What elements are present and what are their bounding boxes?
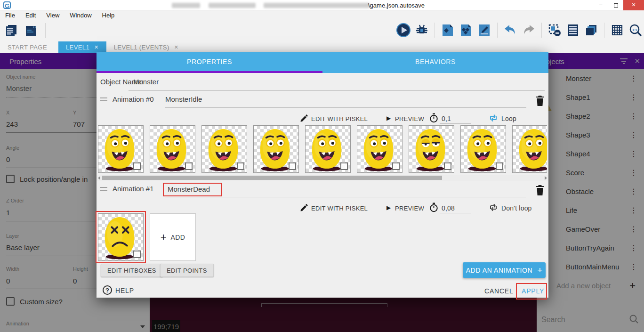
cancel-button[interactable]: CANCEL	[484, 287, 514, 295]
frame-checkbox[interactable]	[392, 162, 400, 170]
layers-icon[interactable]	[584, 22, 599, 38]
restore-button[interactable]	[608, 0, 623, 10]
redacted-title-text	[264, 3, 370, 8]
frame-checkbox[interactable]	[289, 162, 296, 170]
toolbar: 1:1	[0, 20, 644, 41]
instances-list-icon[interactable]	[565, 22, 580, 38]
add-frame-button[interactable]: + ADD	[150, 213, 196, 261]
sprite-frame[interactable]	[512, 125, 547, 173]
delete-selection-icon[interactable]	[547, 22, 562, 38]
menubar: FileEditViewWindowHelp	[0, 10, 644, 20]
animation1-label: Animation #1	[113, 185, 154, 193]
window-title: \game.json.autosave	[368, 2, 425, 9]
help-icon[interactable]: ?	[103, 285, 112, 295]
plus-icon: +	[537, 265, 542, 275]
menu-item[interactable]: File	[0, 12, 20, 19]
animation0-frames-row	[98, 125, 547, 173]
debug-icon[interactable]	[414, 22, 429, 38]
edit-hitboxes-button[interactable]: EDIT HITBOXES	[101, 264, 163, 277]
sprite-frame[interactable]	[357, 125, 402, 173]
animation0-name-field[interactable]: MonsterIdle	[165, 95, 202, 103]
tab-close-icon[interactable]: ✕	[94, 44, 99, 50]
dialog-header: PROPERTIES BEHAVIORS	[97, 52, 548, 73]
object-groups-icon[interactable]	[459, 22, 474, 38]
frame-checkbox[interactable]	[133, 162, 141, 170]
frame-checkbox[interactable]	[444, 162, 451, 170]
sprite-frame[interactable]	[460, 125, 506, 173]
delete-animation0-icon[interactable]	[535, 95, 545, 106]
object-editor-dialog: PROPERTIES BEHAVIORS Object Name: Monste…	[97, 52, 548, 298]
help-button[interactable]: HELP	[115, 287, 134, 294]
svg-text:1:1: 1:1	[632, 28, 638, 32]
frames-horizontal-scrollbar[interactable]	[97, 175, 548, 181]
stopwatch-icon	[429, 113, 438, 123]
scene-properties-icon[interactable]	[477, 22, 492, 38]
animation0-label: Animation #0	[113, 95, 154, 103]
sprite-frame[interactable]	[150, 125, 195, 173]
dialog-object-name-field[interactable]: Monster	[133, 78, 159, 86]
editor-tab[interactable]: START PAGE	[0, 41, 55, 53]
sprite-frame[interactable]	[201, 125, 247, 173]
tab-label: LEVEL1	[66, 44, 89, 51]
tab-label: LEVEL1 (EVENTS)	[114, 44, 169, 51]
scrollbar-thumb[interactable]	[102, 176, 442, 180]
animation-drag-handle[interactable]	[100, 187, 107, 191]
menu-item[interactable]: Edit	[20, 12, 41, 19]
play-icon[interactable]	[396, 22, 411, 38]
scroll-right-icon[interactable]	[545, 176, 547, 180]
delete-animation1-icon[interactable]	[535, 185, 545, 196]
objects-editor-icon[interactable]	[440, 22, 455, 38]
sprite-frame[interactable]	[409, 125, 454, 173]
pencil-icon	[300, 203, 308, 211]
edit-with-piskel0-button[interactable]: EDIT WITH PISKEL	[311, 115, 368, 122]
annotation-highlight-apply	[516, 283, 547, 300]
close-button[interactable]: ✕	[623, 0, 644, 10]
redacted-title-text	[172, 3, 200, 8]
zoom-original-icon[interactable]: 1:1	[628, 22, 643, 38]
undo-icon[interactable]	[503, 22, 518, 38]
edit-with-piskel1-button[interactable]: EDIT WITH PISKEL	[311, 205, 368, 212]
grid-icon[interactable]	[610, 22, 625, 38]
dialog-tab-properties[interactable]: PROPERTIES	[97, 52, 322, 71]
loop0-toggle-icon[interactable]	[489, 114, 498, 122]
menu-item[interactable]: Window	[64, 12, 97, 19]
frame-checkbox[interactable]	[185, 162, 193, 170]
frame-time1-field[interactable]: 0,08	[442, 204, 455, 212]
project-manager-icon[interactable]	[4, 23, 19, 39]
frame-checkbox[interactable]	[496, 162, 503, 170]
add-frame-label: ADD	[171, 234, 185, 241]
scroll-left-icon[interactable]	[98, 176, 100, 180]
dialog-tab-behaviors[interactable]: BEHAVIORS	[322, 52, 548, 71]
frame-time0-field[interactable]: 0,1	[442, 115, 451, 122]
minimize-button[interactable]: –	[593, 0, 608, 10]
menu-item[interactable]: Help	[97, 12, 120, 19]
gdevelop-logo-icon: G	[3, 1, 11, 9]
annotation-highlight-frame	[96, 211, 146, 263]
loop1-label[interactable]: Don't loop	[501, 204, 532, 212]
sprite-frame[interactable]	[305, 125, 351, 173]
preview0-button[interactable]: PREVIEW	[395, 115, 424, 122]
annotation-highlight-name	[163, 183, 222, 196]
animation-drag-handle[interactable]	[100, 97, 107, 101]
tab-label: START PAGE	[8, 44, 47, 51]
add-animation-button[interactable]: ADD AN ANIMATION +	[463, 262, 546, 278]
loop0-label[interactable]: Loop	[501, 115, 516, 122]
redacted-title-text	[209, 3, 256, 8]
redo-icon[interactable]	[521, 22, 536, 38]
preview-play-icon: ▶	[386, 115, 391, 121]
loop1-toggle-icon[interactable]	[489, 203, 498, 211]
titlebar: G \game.json.autosave – ✕	[0, 0, 644, 10]
preview-play-icon: ▶	[386, 204, 391, 211]
frame-checkbox[interactable]	[237, 162, 244, 170]
plus-icon: +	[161, 231, 167, 243]
frame-checkbox[interactable]	[340, 162, 348, 170]
sprite-frame[interactable]	[253, 125, 299, 173]
start-page-icon[interactable]	[24, 23, 39, 39]
preview1-button[interactable]: PREVIEW	[395, 205, 424, 212]
tab-close-icon[interactable]: ✕	[174, 44, 179, 50]
edit-points-button[interactable]: EDIT POINTS	[160, 264, 214, 277]
pencil-icon	[300, 114, 308, 122]
add-animation-label: ADD AN ANIMATION	[466, 267, 533, 274]
menu-item[interactable]: View	[41, 12, 64, 19]
sprite-frame[interactable]	[98, 125, 144, 173]
